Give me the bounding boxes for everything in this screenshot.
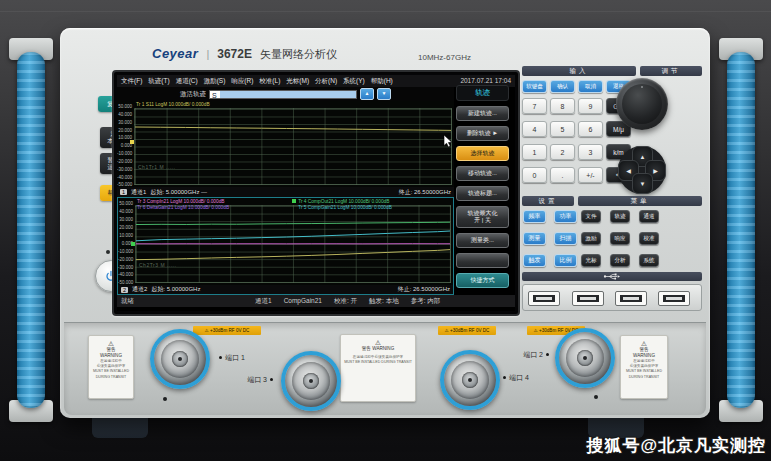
menu-key[interactable]: 轨迹 bbox=[610, 210, 630, 223]
numpad-key[interactable]: . bbox=[550, 167, 575, 183]
rf-limit-label: ⚠ +30dBm RF 0V DC bbox=[193, 326, 261, 335]
entry-key[interactable]: 确认 bbox=[550, 80, 575, 93]
settings-key[interactable]: 功率 bbox=[554, 210, 577, 223]
menu-key[interactable]: 系统 bbox=[639, 254, 659, 267]
numpad-key[interactable]: +/- bbox=[578, 167, 603, 183]
menu-key[interactable]: 光标 bbox=[581, 254, 601, 267]
y-tick-label: -10.000 bbox=[118, 250, 133, 255]
menu-key[interactable]: 通道 bbox=[639, 210, 659, 223]
y-tick-label: 20.000 bbox=[118, 226, 133, 231]
entry-key[interactable]: 取消 bbox=[578, 80, 603, 93]
y-tick-label: -20.000 bbox=[117, 160, 132, 165]
softkey-button[interactable]: 删除轨迹 ► bbox=[456, 126, 509, 141]
numpad-key[interactable]: 0 bbox=[522, 167, 547, 183]
menu-item[interactable]: 文件(F) bbox=[121, 77, 142, 86]
softkey-button[interactable]: 选择轨迹 bbox=[456, 146, 509, 161]
numpad-key[interactable]: 5 bbox=[550, 121, 575, 137]
settings-key[interactable]: 触发 bbox=[523, 254, 546, 267]
section-adjust: 调节 bbox=[640, 66, 702, 76]
background-seam bbox=[0, 11, 771, 12]
menu-key-grid: 文件 轨迹 通道 激励 响应 校准 光标 分析 系统 bbox=[581, 210, 659, 267]
rf-port-2-connector bbox=[555, 328, 615, 388]
menu-key[interactable]: 分析 bbox=[610, 254, 630, 267]
active-trace-marker bbox=[292, 199, 296, 203]
numpad-key[interactable]: 1 bbox=[522, 144, 547, 160]
numpad-key[interactable]: 4 bbox=[522, 121, 547, 137]
port-4-label: 端口 4 bbox=[500, 373, 529, 383]
numpad-key[interactable]: 6 bbox=[578, 121, 603, 137]
watermark: 搜狐号@北京凡实测控 bbox=[586, 434, 766, 457]
softkey-header: 轨迹 bbox=[456, 85, 509, 101]
graph1-annotation: Ch1Tr1 M ..... bbox=[138, 164, 175, 170]
menu-item[interactable]: 轨迹(T) bbox=[148, 77, 169, 86]
photo-background: Ceyear | 3672E 矢量网络分析仪 10MHz-67GHz 复位 宏 … bbox=[0, 0, 771, 461]
softkey-button[interactable] bbox=[456, 253, 509, 268]
settings-key[interactable]: 扫描 bbox=[554, 232, 577, 245]
softkey-button[interactable]: 轨迹最大化 开 | 关 bbox=[456, 206, 509, 228]
menu-key[interactable]: 文件 bbox=[581, 210, 601, 223]
numeric-keypad: 7 8 9 G/n 4 5 6 M/μ 1 2 3 k/m bbox=[522, 98, 631, 183]
menu-item[interactable]: 校准(L) bbox=[259, 77, 280, 86]
menu-item[interactable]: 激励(S) bbox=[204, 77, 226, 86]
model-number: 3672E bbox=[217, 47, 252, 61]
channel1-bar: 1 通道1 起始: 5.00000GHz — 终止: 26.50000GHz bbox=[117, 187, 454, 197]
softkey-button[interactable]: 轨迹标题... bbox=[456, 186, 509, 201]
status-bar: 就绪 通道1CompGain21校准: 开触发: 本地参考: 内部 bbox=[117, 295, 515, 307]
channel-number-badge: 2 bbox=[121, 287, 128, 293]
status-item: 参考: 内部 bbox=[411, 297, 441, 306]
spin-up-button[interactable]: ▲ bbox=[360, 88, 374, 100]
entry-key[interactable]: 软键盘 bbox=[522, 80, 547, 93]
active-trace-label: 激活轨迹 bbox=[180, 90, 206, 99]
y-tick-label: -10.000 bbox=[117, 152, 132, 157]
menu-key[interactable]: 激励 bbox=[581, 232, 601, 245]
settings-key[interactable]: 频率 bbox=[523, 210, 546, 223]
usb-icon bbox=[603, 273, 621, 280]
softkey-button[interactable]: 移动轨迹... bbox=[456, 166, 509, 181]
knob-index-dot bbox=[641, 86, 643, 88]
softkey-button[interactable]: 新建轨迹... bbox=[456, 106, 509, 121]
rotary-knob[interactable] bbox=[616, 78, 668, 130]
softkey-button[interactable]: 快捷方式 bbox=[456, 273, 509, 288]
index-dot bbox=[546, 353, 549, 356]
transit-warning-sticker: ⚠ 警告 WARNING 在运输过程中 必须安装此保护罩 MUST BE INS… bbox=[88, 335, 134, 399]
menu-item[interactable]: 通道(C) bbox=[176, 77, 198, 86]
channel2-bar: 2 通道2 起始: 5.00000GHz 终止: 26.50000GHz bbox=[118, 285, 453, 294]
channel-number-badge: 1 bbox=[120, 189, 127, 195]
numpad-key[interactable]: 7 bbox=[522, 98, 547, 114]
index-dot bbox=[270, 378, 273, 381]
graph-channel1: 50.00040.00030.00020.00010.0000.000-10.0… bbox=[117, 101, 454, 187]
menu-item[interactable]: 光标(M) bbox=[286, 77, 309, 86]
connector-pin bbox=[583, 356, 587, 360]
entry-key-row: 软键盘 确认 取消 退格 bbox=[522, 80, 631, 93]
softkey-button[interactable]: 测量类... bbox=[456, 233, 509, 248]
usb-port-panel bbox=[522, 284, 702, 311]
menu-item[interactable]: 帮助(H) bbox=[371, 77, 393, 86]
trace1-legend: Tr 1 S11 LogM 10.000dB/ 0.000dB bbox=[136, 102, 210, 108]
graph2-annotation: Ch2Tr3 M ..... bbox=[139, 262, 176, 268]
status-items: 通道1CompGain21校准: 开触发: 本地参考: 内部 bbox=[255, 297, 440, 306]
numpad-key[interactable]: 8 bbox=[550, 98, 575, 114]
menu-item[interactable]: 分析(N) bbox=[315, 77, 337, 86]
spin-down-button[interactable]: ▼ bbox=[377, 88, 391, 100]
handle-grip bbox=[17, 52, 45, 408]
arrow-down-key[interactable]: ▼ bbox=[632, 173, 653, 194]
numpad-key[interactable]: 2 bbox=[550, 144, 575, 160]
transit-warning-sticker-wide: ⚠ 警告 WARNING 在运输过程中必须安装此保护罩 MUST BE INST… bbox=[340, 334, 416, 402]
usb-port bbox=[658, 291, 690, 306]
y-tick-label: -20.000 bbox=[118, 258, 133, 263]
numpad-key[interactable]: 9 bbox=[578, 98, 603, 114]
numpad-key[interactable]: 3 bbox=[578, 144, 603, 160]
plot-grid bbox=[134, 108, 452, 185]
menu-item[interactable]: 系统(Y) bbox=[343, 77, 365, 86]
menu-key[interactable]: 校准 bbox=[639, 232, 659, 245]
menu-key[interactable]: 响应 bbox=[610, 232, 630, 245]
active-trace-input[interactable]: S bbox=[209, 90, 357, 99]
settings-key[interactable]: 比例 bbox=[554, 254, 577, 267]
settings-key[interactable]: 测量 bbox=[523, 232, 546, 245]
y-tick-label: 40.000 bbox=[117, 113, 132, 118]
warning-text-en: DURING TRANSIT bbox=[622, 375, 666, 380]
usb-port bbox=[528, 291, 560, 306]
rf-port-1-connector bbox=[150, 329, 210, 389]
y-axis-ticks: 50.00040.00030.00020.00010.0000.000-10.0… bbox=[117, 105, 132, 188]
menu-item[interactable]: 响应(R) bbox=[231, 77, 253, 86]
